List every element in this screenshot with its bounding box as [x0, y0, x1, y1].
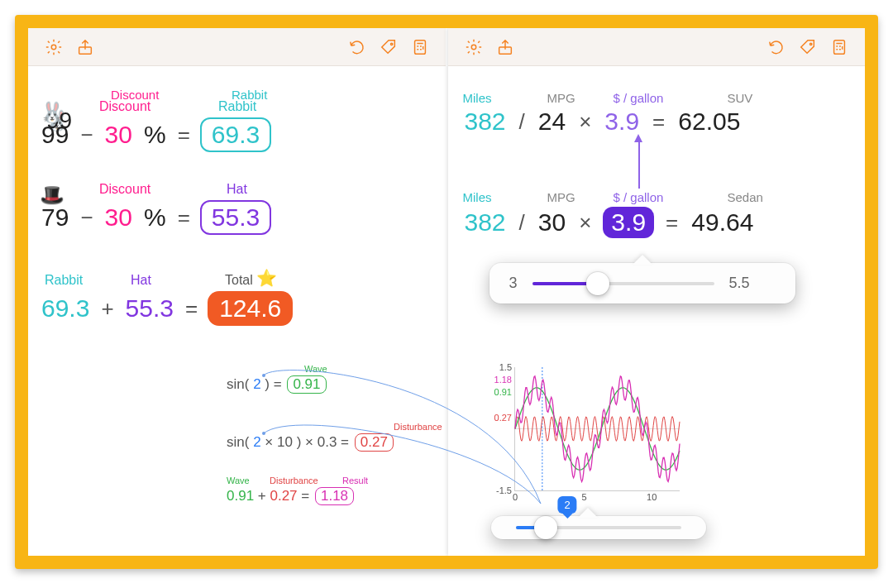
x-slider-badge: 2: [557, 496, 576, 514]
calculator-icon[interactable]: [824, 31, 855, 63]
svg-point-4: [471, 45, 476, 50]
e2-mul2: ×: [305, 434, 318, 450]
e3-res[interactable]: 1.18: [315, 487, 354, 505]
lbl-dist: Disturbance: [394, 422, 442, 432]
r2-result[interactable]: 55.3: [200, 200, 271, 235]
tag-icon[interactable]: [792, 31, 824, 63]
share-icon[interactable]: [489, 31, 521, 63]
lbl-suv: SUV: [728, 91, 753, 105]
r1-op: −: [79, 122, 94, 148]
e3-eq: =: [301, 488, 313, 504]
price-link-arrow: [638, 141, 640, 189]
e2-mul: ×: [265, 434, 277, 450]
ref-027: 0.27: [494, 413, 512, 423]
lbl-hat2: Hat: [131, 273, 151, 288]
e3-plus: +: [258, 488, 270, 504]
gear-icon[interactable]: [458, 31, 489, 63]
e2-res[interactable]: 0.27: [355, 433, 394, 452]
expr-wave[interactable]: Wave sin( 2 ) = 0.91: [227, 375, 328, 394]
ref-091: 0.91: [494, 387, 512, 397]
r1-b[interactable]: 30: [103, 121, 134, 149]
r1-a[interactable]: 99: [40, 121, 70, 149]
r2-a[interactable]: 79: [40, 203, 70, 232]
lbl-price2: $ / gallon: [614, 190, 664, 204]
ref-118: 1.18: [494, 375, 512, 385]
lbl-sedan: Sedan: [728, 190, 763, 204]
r1-result[interactable]: 69.3: [200, 117, 271, 152]
svg-rect-7: [834, 40, 845, 54]
x-slider[interactable]: [516, 526, 681, 529]
x-slider-popover: [491, 516, 706, 539]
slider-max: 5.5: [729, 275, 750, 292]
ytick-min: -1.5: [496, 485, 512, 495]
price-slider-popover: 3 5.5: [489, 263, 795, 304]
lbl-rabbit: Rabbit: [218, 99, 256, 114]
r2-op: −: [79, 205, 94, 231]
suv-div: /: [518, 109, 527, 135]
r3-b[interactable]: 55.3: [124, 294, 175, 323]
sedan-div: /: [518, 210, 527, 236]
r2-eq: =: [176, 205, 192, 231]
lbl-miles2: Miles: [463, 190, 492, 204]
xtick-5: 5: [582, 492, 587, 502]
undo-icon[interactable]: [341, 31, 373, 63]
lbl-mpg1: MPG: [547, 91, 575, 105]
e2-close: ): [297, 434, 302, 450]
xtick-0: 0: [513, 492, 518, 502]
x-slider-thumb[interactable]: [534, 516, 557, 539]
e3-b[interactable]: 0.27: [270, 488, 297, 504]
expr-disturbance[interactable]: Disturbance sin( 2 × 10 ) × 0.3 = 0.27: [227, 433, 395, 452]
expr-result[interactable]: Wave Disturbance Result 0.91 + 0.27 = 1.…: [227, 487, 356, 505]
lbl-rabbit2: Rabbit: [45, 273, 83, 288]
sedan-mpg[interactable]: 30: [537, 208, 567, 237]
e2-k[interactable]: 10: [277, 434, 293, 450]
r1-eq: =: [176, 122, 192, 148]
e2-x[interactable]: 2: [253, 434, 260, 450]
e1-fn: sin(: [227, 376, 249, 392]
e1-x[interactable]: 2: [253, 376, 260, 392]
r3-result[interactable]: 124.6: [208, 291, 293, 326]
lbl-discount2: Discount: [99, 182, 150, 197]
e2-fn: sin(: [227, 434, 249, 450]
r2-pct: %: [142, 203, 168, 232]
e1-close: ): [265, 376, 270, 392]
sedan-result[interactable]: 49.64: [690, 208, 755, 237]
lbl-wave2: Wave: [227, 476, 250, 485]
share-icon[interactable]: [69, 31, 101, 63]
suv-result[interactable]: 62.05: [676, 108, 742, 136]
lbl-discount1: Discount: [99, 99, 150, 114]
lbl-wave: Wave: [304, 364, 327, 374]
slider-min: 3: [509, 275, 518, 292]
slider-thumb[interactable]: [586, 272, 609, 295]
sedan-mul: ×: [577, 210, 593, 236]
svg-point-6: [809, 43, 811, 45]
svg-point-0: [51, 45, 56, 50]
r3-eq: =: [184, 296, 199, 322]
e1-res[interactable]: 0.91: [287, 375, 326, 394]
e1-eq: =: [274, 376, 286, 392]
lbl-miles1: Miles: [463, 91, 492, 105]
suv-price[interactable]: 3.9: [603, 108, 641, 136]
tag-icon[interactable]: [373, 31, 404, 63]
price-slider[interactable]: [532, 282, 714, 285]
r2-b[interactable]: 30: [103, 203, 134, 232]
e2-amp[interactable]: 0.3: [318, 434, 337, 450]
undo-icon[interactable]: [761, 31, 792, 63]
suv-mpg[interactable]: 24: [537, 108, 567, 136]
calculator-icon[interactable]: [404, 31, 436, 63]
gear-icon[interactable]: [38, 31, 69, 63]
app-frame: Discount Rabbit 🐰 99 99 🐰 Discount Rabbi…: [15, 15, 878, 569]
lbl-mpg2: MPG: [547, 190, 575, 204]
suv-miles[interactable]: 382: [463, 108, 508, 136]
xtick-10: 10: [647, 492, 657, 502]
sedan-miles[interactable]: 382: [463, 208, 508, 237]
e3-a[interactable]: 0.91: [227, 488, 254, 504]
lbl-price1: $ / gallon: [614, 91, 664, 105]
arrowhead-icon: [634, 134, 642, 142]
right-toolbar: [448, 28, 866, 66]
sedan-price-selected[interactable]: 3.9: [603, 207, 654, 238]
lbl-result: Result: [342, 476, 368, 485]
suv-eq: =: [651, 109, 666, 135]
suv-mul: ×: [577, 109, 593, 135]
r3-a[interactable]: 69.3: [40, 294, 91, 323]
